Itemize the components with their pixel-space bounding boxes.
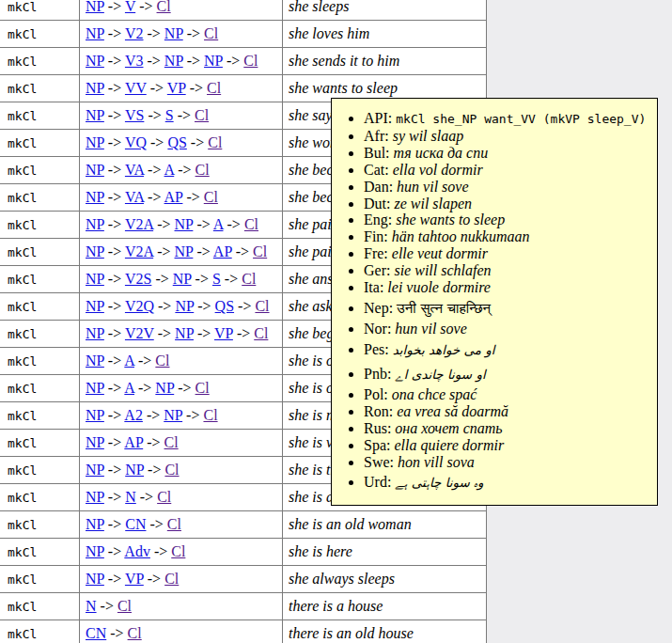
category-link-cl[interactable]: Cl bbox=[208, 134, 222, 150]
category-link-cl[interactable]: Cl bbox=[242, 271, 256, 287]
category-link-np[interactable]: NP bbox=[86, 571, 104, 587]
category-link-cl[interactable]: Cl bbox=[253, 243, 267, 259]
category-link-a[interactable]: A bbox=[213, 216, 224, 232]
category-link-ap[interactable]: AP bbox=[213, 243, 232, 259]
category-link-cn[interactable]: CN bbox=[125, 516, 146, 532]
category-link-np[interactable]: NP bbox=[86, 271, 104, 287]
category-link-np[interactable]: NP bbox=[86, 53, 104, 69]
category-link-a[interactable]: A bbox=[124, 380, 134, 396]
category-link-v2[interactable]: V2 bbox=[125, 25, 144, 41]
category-link-cl[interactable]: Cl bbox=[164, 571, 179, 587]
category-link-np[interactable]: NP bbox=[204, 53, 223, 69]
category-link-a[interactable]: A bbox=[124, 353, 134, 369]
category-link-s[interactable]: S bbox=[165, 107, 174, 123]
category-link-a2[interactable]: A2 bbox=[124, 407, 143, 423]
category-link-np[interactable]: NP bbox=[86, 134, 104, 150]
category-link-np[interactable]: NP bbox=[86, 516, 104, 532]
translation-text: hon vill sova bbox=[398, 454, 475, 470]
category-link-s[interactable]: S bbox=[212, 271, 221, 287]
category-link-np[interactable]: NP bbox=[175, 298, 194, 314]
rule-signature-cell: NP -> NP -> Cl bbox=[80, 457, 283, 484]
category-link-cl[interactable]: Cl bbox=[164, 462, 179, 478]
rule-signature-cell: NP -> CN -> Cl bbox=[80, 511, 283, 539]
category-link-np[interactable]: NP bbox=[86, 462, 104, 478]
category-link-np[interactable]: NP bbox=[86, 489, 104, 505]
category-link-cl[interactable]: Cl bbox=[203, 407, 217, 423]
category-link-n[interactable]: N bbox=[86, 598, 97, 614]
category-link-np[interactable]: NP bbox=[164, 25, 183, 41]
category-link-np[interactable]: NP bbox=[175, 325, 194, 341]
category-link-cl[interactable]: Cl bbox=[195, 162, 210, 178]
category-link-np[interactable]: NP bbox=[86, 407, 104, 423]
category-link-np[interactable]: NP bbox=[86, 189, 104, 205]
category-link-vs[interactable]: VS bbox=[125, 107, 144, 123]
category-link-np[interactable]: NP bbox=[175, 216, 194, 232]
category-link-adv[interactable]: Adv bbox=[124, 543, 150, 559]
category-link-np[interactable]: NP bbox=[164, 53, 183, 69]
category-link-va[interactable]: VA bbox=[125, 189, 144, 205]
category-link-vq[interactable]: VQ bbox=[125, 134, 147, 150]
category-link-cl[interactable]: Cl bbox=[167, 516, 181, 532]
category-link-v2q[interactable]: V2Q bbox=[125, 298, 154, 314]
category-link-np[interactable]: NP bbox=[86, 216, 104, 232]
category-link-vp[interactable]: VP bbox=[125, 571, 144, 587]
category-link-cl[interactable]: Cl bbox=[117, 598, 132, 614]
category-link-cl[interactable]: Cl bbox=[195, 380, 210, 396]
category-link-np[interactable]: NP bbox=[175, 243, 194, 259]
category-link-vv[interactable]: VV bbox=[125, 80, 147, 96]
function-name-cell: mkCl bbox=[0, 511, 80, 539]
category-link-ap[interactable]: AP bbox=[164, 189, 183, 205]
category-link-cl[interactable]: Cl bbox=[254, 325, 268, 341]
category-link-np[interactable]: NP bbox=[86, 434, 104, 450]
category-link-cn[interactable]: CN bbox=[86, 625, 106, 641]
category-link-np[interactable]: NP bbox=[86, 162, 104, 178]
category-link-v2s[interactable]: V2S bbox=[125, 271, 151, 287]
category-link-v2v[interactable]: V2V bbox=[125, 325, 154, 341]
category-link-vp[interactable]: VP bbox=[167, 80, 186, 96]
category-link-cl[interactable]: Cl bbox=[243, 53, 258, 69]
translation-text: उनी सुत्न चाहन्छिन् bbox=[397, 300, 491, 317]
category-link-vp[interactable]: VP bbox=[214, 325, 233, 341]
rule-signature-cell: NP -> V2V -> NP -> VP -> Cl bbox=[80, 321, 283, 348]
translation-item: Eng: she wants to sleep bbox=[364, 212, 651, 228]
category-link-cl[interactable]: Cl bbox=[164, 434, 179, 450]
category-link-cl[interactable]: Cl bbox=[255, 298, 269, 314]
rule-signature-cell: CN -> Cl bbox=[80, 620, 283, 643]
category-link-np[interactable]: NP bbox=[86, 25, 104, 41]
category-link-np[interactable]: NP bbox=[173, 271, 192, 287]
category-link-np[interactable]: NP bbox=[86, 325, 104, 341]
category-link-ap[interactable]: AP bbox=[124, 434, 143, 450]
category-link-np[interactable]: NP bbox=[86, 380, 104, 396]
category-link-np[interactable]: NP bbox=[164, 407, 182, 423]
category-link-np[interactable]: NP bbox=[86, 353, 104, 369]
category-link-np[interactable]: NP bbox=[86, 543, 104, 559]
category-link-n[interactable]: N bbox=[125, 489, 136, 505]
category-link-np[interactable]: NP bbox=[86, 0, 104, 14]
category-link-cl[interactable]: Cl bbox=[157, 489, 171, 505]
category-link-np[interactable]: NP bbox=[86, 107, 104, 123]
category-link-cl[interactable]: Cl bbox=[195, 107, 209, 123]
category-link-cl[interactable]: Cl bbox=[204, 189, 218, 205]
category-link-np[interactable]: NP bbox=[86, 298, 104, 314]
category-link-cl[interactable]: Cl bbox=[244, 216, 258, 232]
category-link-va[interactable]: VA bbox=[125, 162, 144, 178]
category-link-qs[interactable]: QS bbox=[215, 298, 234, 314]
rule-signature-cell: NP -> A -> Cl bbox=[80, 348, 283, 375]
category-link-np[interactable]: NP bbox=[125, 462, 144, 478]
category-link-cl[interactable]: Cl bbox=[207, 80, 221, 96]
category-link-a[interactable]: A bbox=[164, 162, 175, 178]
category-link-np[interactable]: NP bbox=[155, 380, 174, 396]
category-link-v2a[interactable]: V2A bbox=[125, 243, 153, 259]
category-link-v2a[interactable]: V2A bbox=[125, 216, 153, 232]
category-link-cl[interactable]: Cl bbox=[157, 0, 171, 14]
category-link-cl[interactable]: Cl bbox=[171, 543, 185, 559]
category-link-cl[interactable]: Cl bbox=[204, 25, 218, 41]
category-link-qs[interactable]: QS bbox=[167, 134, 186, 150]
category-link-cl[interactable]: Cl bbox=[155, 353, 169, 369]
category-link-v3[interactable]: V3 bbox=[125, 53, 144, 69]
category-link-cl[interactable]: Cl bbox=[128, 625, 142, 641]
translation-item: Nor: hun vil sove bbox=[364, 321, 651, 337]
category-link-np[interactable]: NP bbox=[86, 243, 104, 259]
category-link-np[interactable]: NP bbox=[86, 80, 104, 96]
category-link-v[interactable]: V bbox=[125, 0, 135, 14]
